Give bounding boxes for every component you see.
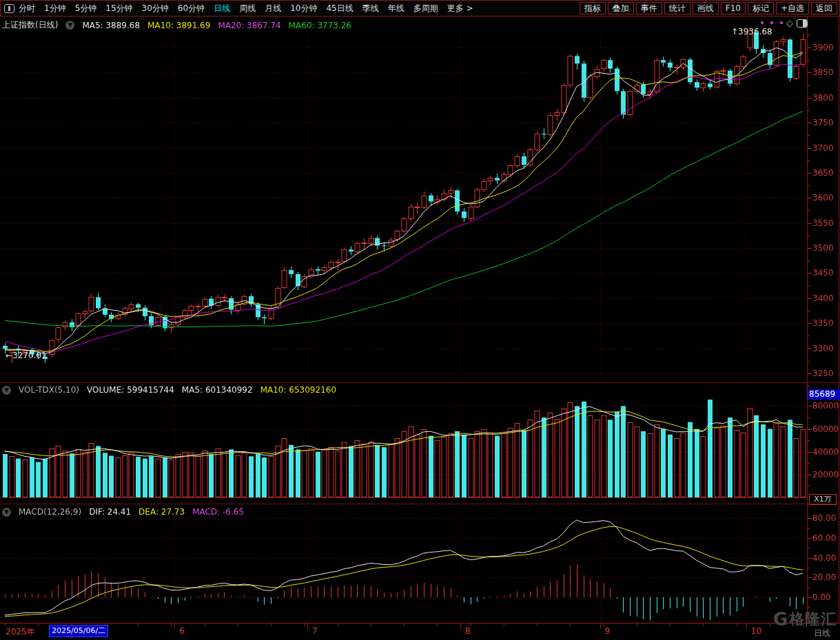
chevron-down-icon[interactable]: ▼ <box>2 386 11 395</box>
menu-button-统计[interactable]: 统计 <box>664 2 690 14</box>
month-label: 9 <box>605 626 611 636</box>
month-label: 10 <box>751 626 761 636</box>
month-label: 7 <box>312 626 318 636</box>
menu-item-日线[interactable]: 日线 <box>214 3 230 14</box>
macd-axis-label: 0.00 <box>812 592 837 602</box>
menu-button-事件[interactable]: 事件 <box>636 2 662 14</box>
volume-axis-label: 40000 <box>812 447 837 457</box>
dea-label: DEA: 27.73 <box>139 507 185 517</box>
menu-item-月线[interactable]: 月线 <box>265 3 281 14</box>
menu-button-叠加[interactable]: 叠加 <box>608 2 634 14</box>
week-tick <box>670 623 670 626</box>
price-axis-label: 3500 <box>812 243 837 253</box>
high-price-marker: ↑3936.68 <box>731 27 772 37</box>
panel-toggle-icon[interactable] <box>4 4 14 13</box>
menu-item-周线[interactable]: 周线 <box>239 3 256 14</box>
month-tick <box>600 623 601 629</box>
price-axis-label: 3900 <box>812 43 837 52</box>
macd-axis-label: 20.00 <box>812 572 837 582</box>
ma5-label: MA5: 3889.68 <box>82 21 140 30</box>
menu-item-季线[interactable]: 季线 <box>362 3 379 14</box>
week-tick <box>737 623 737 626</box>
week-tick <box>604 623 604 626</box>
price-axis-label: 3700 <box>812 143 837 153</box>
menubar-right: 指标叠加事件统计画线F10标记+自选返回 <box>580 2 839 14</box>
menu-item-15分钟[interactable]: 15分钟 <box>105 3 132 14</box>
week-tick <box>770 623 770 626</box>
vma5-label: MA5: 601340992 <box>182 385 253 395</box>
price-axis-label: 3750 <box>812 118 837 127</box>
ma20-label: MA20: 3867.74 <box>218 21 280 30</box>
month-tick <box>746 623 747 629</box>
chevron-down-icon[interactable]: ▼ <box>2 508 11 517</box>
year-label: 2025年 <box>6 626 35 638</box>
menu-item-45日线[interactable]: 45日线 <box>326 3 353 14</box>
menu-item-30分钟[interactable]: 30分钟 <box>142 3 169 14</box>
price-axis-label: 3800 <box>812 93 837 103</box>
menu-item-60分钟[interactable]: 60分钟 <box>178 3 205 14</box>
macd-label: MACD: -6.65 <box>192 507 244 517</box>
menu-item-年线[interactable]: 年线 <box>388 3 404 14</box>
month-tick <box>174 623 175 629</box>
menu-item-更多 >[interactable]: 更多 > <box>447 3 473 14</box>
price-axis-label: 3450 <box>812 268 837 278</box>
volume-indicator-name: VOL-TDX(5,10) <box>19 385 79 395</box>
week-tick <box>238 623 238 626</box>
week-tick <box>371 623 371 626</box>
price-axis-label: 3350 <box>812 318 837 328</box>
week-tick <box>271 623 272 626</box>
menu-button-指标[interactable]: 指标 <box>580 2 606 14</box>
main-ma-labels: MA5: 3889.68MA10: 3891.69MA20: 3867.74MA… <box>82 21 351 30</box>
page-title: 上证指数(日线) <box>2 19 58 31</box>
price-axis-label: 3300 <box>812 344 837 353</box>
menu-item-分时[interactable]: 分时 <box>19 3 35 14</box>
price-axis-label: 3850 <box>812 68 837 77</box>
macd-value-labels: DIF: 24.41DEA: 27.73MACD: -6.65 <box>89 507 244 517</box>
week-tick <box>72 623 72 626</box>
week-tick <box>504 623 504 626</box>
month-label: 8 <box>465 626 471 636</box>
ma60-label: MA60: 3773.26 <box>289 21 351 30</box>
arrow-up-icon: ↑ <box>731 27 738 37</box>
menu-item-多周期[interactable]: 多周期 <box>413 3 438 14</box>
low-price-marker: ←3270.01 <box>6 351 47 360</box>
mark-dot <box>770 21 773 24</box>
volume-label: VOLUME: 599415744 <box>87 385 174 395</box>
month-tick <box>460 623 461 629</box>
gelonghui-logo-icon: G <box>773 609 788 630</box>
price-axis-label: 3250 <box>812 369 837 378</box>
week-tick <box>471 623 471 626</box>
menu-item-5分钟[interactable]: 5分钟 <box>75 3 97 14</box>
vma10-label: MA10: 653092160 <box>260 385 336 395</box>
menu-item-10分钟[interactable]: 10分钟 <box>290 3 317 14</box>
week-tick <box>404 623 404 626</box>
menu-button-F10[interactable]: F10 <box>721 2 746 14</box>
week-tick <box>138 623 139 626</box>
price-axis-label: 3600 <box>812 193 837 203</box>
diamond-tool-icon[interactable]: ◇ <box>786 18 793 28</box>
month-tick <box>307 623 308 629</box>
menu-item-1分钟[interactable]: 1分钟 <box>44 3 66 14</box>
mark-dot <box>761 21 764 24</box>
ma10-label: MA10: 3891.69 <box>147 21 210 30</box>
week-tick <box>570 623 571 626</box>
stock-app: { "menubar": { "left_items": [ {"label":… <box>0 0 840 640</box>
volume-pane-header: ▼ VOL-TDX(5,10) VOLUME: 599415744MA5: 60… <box>2 385 336 395</box>
chevron-down-icon[interactable]: ▼ <box>65 21 74 30</box>
menu-button-返回[interactable]: 返回 <box>811 2 837 14</box>
week-tick <box>703 623 704 626</box>
volume-axis-label: 20000 <box>812 470 837 479</box>
week-tick <box>537 623 537 626</box>
week-tick <box>637 623 637 626</box>
week-tick <box>338 623 338 626</box>
macd-axis-label: 60.00 <box>812 533 837 543</box>
week-tick <box>205 623 205 626</box>
volume-value-labels: VOLUME: 599415744MA5: 601340992MA10: 653… <box>87 385 336 395</box>
menu-button-+自选[interactable]: +自选 <box>776 2 809 14</box>
top-menubar: 分时1分钟5分钟15分钟30分钟60分钟日线周线月线10分钟45日线季线年线多周… <box>0 0 840 17</box>
arrow-left-icon: ← <box>6 351 12 360</box>
volume-axis-label: 60000 <box>812 424 837 434</box>
menu-button-标记[interactable]: 标记 <box>748 2 774 14</box>
split-panel-icon[interactable] <box>797 19 808 28</box>
menu-button-画线[interactable]: 画线 <box>693 2 719 14</box>
